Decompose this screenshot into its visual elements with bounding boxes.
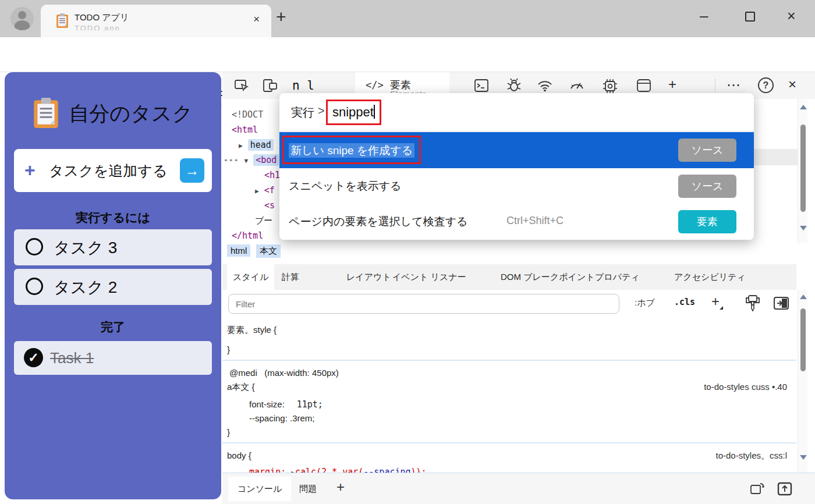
tab-title-artifact: TODO app — [75, 24, 121, 30]
new-tab-button[interactable]: + — [276, 7, 286, 27]
add-task-placeholder: タスクを追加する — [49, 161, 168, 180]
breadcrumb-html[interactable]: html — [227, 244, 250, 257]
palette-item-inspect-element[interactable]: ページ内の要素を選択して検査する Ctrl+Shift+C 要素 — [279, 204, 754, 240]
devtools-panel: n l </> 要素 Elements — [222, 72, 815, 504]
application-icon[interactable] — [636, 78, 652, 93]
more-actions-icon[interactable]: ••• — [224, 156, 239, 165]
todo-app-title: 自分のタスク — [69, 100, 193, 127]
expand-quick-view-icon[interactable] — [777, 481, 793, 497]
window-minimize-button[interactable]: – — [700, 7, 708, 25]
window-maximize-button[interactable] — [745, 12, 755, 22]
styles-tab-bar: スタイル 計算 レイアウト イベント リスナー DOM ブレークポイント プロパ… — [222, 264, 796, 290]
help-icon[interactable]: ? — [758, 77, 774, 93]
tab-properties[interactable]: プロパティ — [589, 264, 646, 290]
more-tools-plus-icon[interactable]: + — [668, 76, 676, 93]
task-row[interactable]: タスク 3 — [14, 229, 212, 265]
dom-node[interactable]: <html — [232, 125, 258, 135]
format-brush-icon[interactable] — [745, 294, 760, 312]
scroll-down-icon[interactable] — [800, 455, 807, 460]
done-task-row[interactable]: ✓ Task 1 — [14, 341, 212, 375]
task-checked-icon[interactable]: ✓ — [24, 348, 43, 367]
tab-computed[interactable]: 計算 — [276, 264, 305, 290]
dom-node-head[interactable]: ▶ head — [239, 140, 274, 150]
css-media-query[interactable]: @medi (max-width: 450px) — [229, 368, 339, 378]
dom-node[interactable]: <h1 — [264, 170, 280, 180]
device-emulation-icon[interactable] — [262, 78, 278, 93]
rule-divider — [222, 360, 796, 361]
add-drawer-tab-icon[interactable]: + — [336, 479, 345, 495]
network-wifi-icon[interactable] — [537, 78, 553, 93]
breadcrumb-body[interactable]: 本文 — [256, 244, 281, 258]
keyboard-shortcut: Ctrl+Shift+C — [506, 215, 564, 227]
todo-header: 自分のタスク — [5, 98, 221, 129]
scroll-up-icon[interactable] — [800, 294, 807, 299]
expand-icon[interactable]: ▶ — [239, 142, 243, 150]
performance-gauge-icon[interactable] — [569, 78, 585, 93]
tab-event-listeners[interactable]: イベント リスナー — [387, 264, 472, 290]
styles-filter-input[interactable] — [228, 294, 619, 314]
task-checkbox-icon[interactable] — [26, 278, 43, 295]
devtools-more-menu-icon[interactable]: ⋯ — [727, 77, 740, 93]
tab-accessibility[interactable]: アクセシビリティ — [668, 264, 752, 290]
source-badge: ソース — [678, 175, 736, 198]
new-style-rule-button[interactable]: + — [711, 293, 720, 310]
scroll-thumb[interactable] — [800, 125, 806, 212]
dom-node[interactable]: ▶ <f — [255, 185, 275, 196]
hover-state-button[interactable]: :ホブ — [635, 297, 655, 308]
palette-item-show-snippets[interactable]: スニペットを表示する ソース — [279, 168, 754, 204]
dom-scrollbar[interactable] — [798, 99, 807, 243]
dom-node[interactable]: <s — [264, 200, 275, 211]
inspect-element-icon[interactable] — [234, 78, 249, 93]
dom-node[interactable]: </html — [232, 230, 263, 241]
dom-node[interactable]: <!DOCT — [232, 109, 263, 120]
annotation-box: 新しい snipe を作成する — [282, 136, 421, 164]
css-selector[interactable]: body { — [227, 450, 251, 460]
profile-avatar[interactable] — [10, 7, 34, 30]
scroll-thumb[interactable] — [800, 308, 806, 371]
memory-chip-icon[interactable] — [602, 78, 618, 94]
tab-dom-breakpoints[interactable]: DOM ブレークポイント — [495, 264, 601, 290]
css-property[interactable]: margin: ▶calc(2 * var(--spacing)); — [249, 467, 427, 473]
screen: TODO アプリ TODO app × + – × ← ↻ https://mi… — [0, 0, 815, 504]
window-titlebar: TODO アプリ TODO app × + – × — [0, 0, 815, 37]
dom-text-node[interactable]: ブー — [255, 215, 272, 226]
toolbar-divider — [715, 79, 715, 93]
css-source-link[interactable]: to-do-styles cuss •.40 — [704, 382, 787, 392]
css-property[interactable]: --spacing: .3rem; — [249, 413, 315, 423]
task-label: タスク 2 — [54, 276, 117, 299]
debugger-bug-icon[interactable] — [506, 78, 522, 93]
chevron-icon: > — [318, 104, 325, 118]
toggle-sidebar-icon[interactable] — [773, 296, 789, 311]
browser-tab[interactable]: TODO アプリ TODO app × — [41, 5, 271, 37]
css-property[interactable]: font-size: 11pt; — [249, 399, 323, 410]
tab-console[interactable]: コンソール — [228, 477, 291, 501]
task-checkbox-icon[interactable] — [26, 238, 43, 255]
command-palette: 実行 > snippet 新しい snipe を作成する ソース スニペットを表… — [279, 93, 754, 240]
class-toggle-button[interactable]: .cls — [674, 297, 695, 307]
css-selector[interactable]: 要素。style { — [227, 325, 277, 336]
scroll-down-icon[interactable] — [800, 226, 807, 230]
collapse-icon[interactable]: ▼ — [245, 157, 249, 165]
command-query-text[interactable]: snippet — [332, 105, 374, 119]
console-panel-icon[interactable] — [474, 78, 489, 93]
tab-styles[interactable]: スタイル — [227, 264, 274, 290]
restore-frame-icon[interactable] — [749, 481, 766, 497]
command-input-row[interactable]: 実行 > snippet — [279, 93, 754, 132]
scroll-up-icon[interactable] — [800, 105, 807, 109]
browser-navbar: ← ↻ https://microsoftedge.github.io/Demo… — [0, 37, 815, 72]
tab-close-icon[interactable]: × — [253, 13, 260, 26]
dom-node-body-selected[interactable]: ••• ▼ <bod — [224, 155, 279, 165]
tab-issues[interactable]: 問題 — [290, 477, 326, 501]
add-task-submit-button[interactable]: → — [180, 158, 204, 183]
devtools-close-icon[interactable]: × — [788, 76, 796, 93]
css-selector[interactable]: a本文 { — [227, 382, 255, 393]
task-row[interactable]: タスク 2 — [14, 269, 212, 305]
add-task-input[interactable]: + タスクを追加する → — [14, 149, 212, 192]
css-source-link[interactable]: to-do-styles。css:l — [715, 450, 787, 462]
palette-item-create-snippet[interactable]: 新しい snipe を作成する ソース — [279, 132, 754, 168]
toolbar-artifact-text: n l — [292, 79, 314, 93]
dom-breadcrumb: html 本文 — [222, 243, 796, 261]
text-caret — [374, 105, 375, 119]
styles-scrollbar[interactable] — [798, 290, 807, 473]
window-close-button[interactable]: × — [787, 8, 796, 24]
